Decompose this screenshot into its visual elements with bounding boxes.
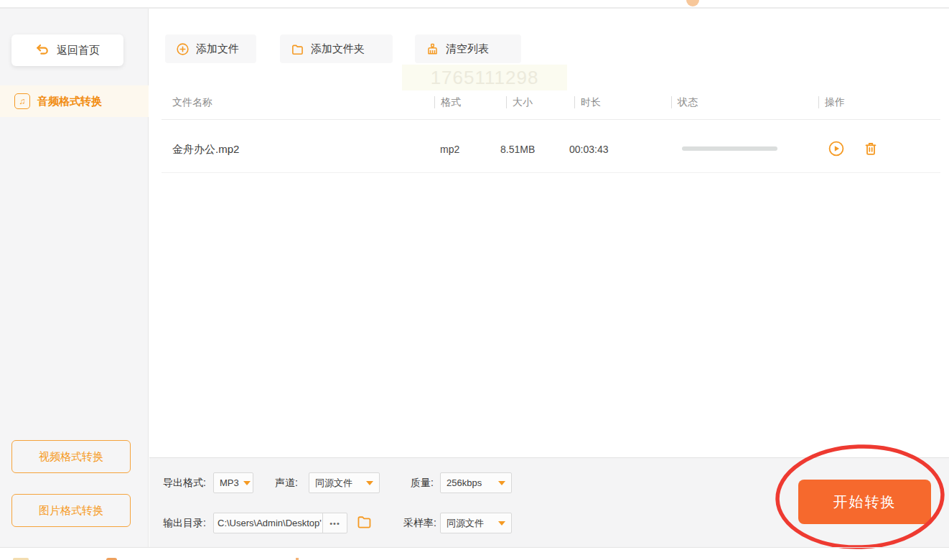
quality-label: 质量: <box>411 472 434 493</box>
start-convert-button[interactable]: 开始转换 <box>798 480 931 524</box>
export-format-label: 导出格式: <box>163 472 206 493</box>
quality-select[interactable]: 256kbps <box>440 472 512 493</box>
watermark-text: 1765111298 <box>402 65 567 90</box>
chevron-down-icon <box>498 481 505 485</box>
video-convert-label: 视频格式转换 <box>39 450 103 464</box>
bottom-divider <box>0 547 949 548</box>
folder-icon <box>291 42 304 56</box>
sample-rate-select[interactable]: 同源文件 <box>440 513 512 533</box>
output-dir-value: C:\Users\Admin\Desktop' <box>214 513 322 533</box>
channel-value: 同源文件 <box>315 477 352 490</box>
channel-label: 声道: <box>275 472 298 493</box>
clear-list-button[interactable]: 清空列表 <box>415 34 521 63</box>
output-dir-label: 输出目录: <box>163 513 206 533</box>
channel-select[interactable]: 同源文件 <box>309 472 380 493</box>
header-divider <box>162 119 940 120</box>
sample-rate-value: 同源文件 <box>447 517 484 530</box>
chevron-down-icon <box>243 481 251 485</box>
progress-bar <box>682 146 777 151</box>
browse-more-button[interactable]: ••• <box>322 513 347 533</box>
open-output-folder-icon[interactable] <box>356 513 373 530</box>
file-size: 8.51MB <box>500 144 535 155</box>
sidebar-item-audio-convert[interactable]: ♫ 音频格式转换 <box>0 85 149 117</box>
back-home-button[interactable]: 返回首页 <box>11 34 123 66</box>
video-convert-button[interactable]: 视频格式转换 <box>11 440 131 473</box>
column-header-duration: 时长 <box>574 96 601 108</box>
export-format-value: MP3 <box>220 477 239 488</box>
music-note-icon: ♫ <box>14 93 30 109</box>
delete-button[interactable] <box>862 140 879 160</box>
add-folder-label: 添加文件夹 <box>311 42 365 56</box>
plus-circle-icon <box>176 42 190 56</box>
image-convert-button[interactable]: 图片格式转换 <box>11 494 131 527</box>
chevron-down-icon <box>366 481 373 485</box>
top-edge-orange-dot-remnant <box>686 0 699 6</box>
file-name: 金舟办公.mp2 <box>172 143 239 157</box>
file-format: mp2 <box>440 144 459 155</box>
row-divider <box>162 172 940 173</box>
column-header-actions: 操作 <box>818 96 845 108</box>
start-convert-label: 开始转换 <box>833 493 897 512</box>
column-header-filename: 文件名称 <box>172 96 212 109</box>
column-header-status: 状态 <box>671 96 698 108</box>
sample-rate-label: 采样率: <box>403 513 436 533</box>
back-home-label: 返回首页 <box>57 44 100 57</box>
column-header-format: 格式 <box>434 96 461 108</box>
image-convert-label: 图片格式转换 <box>39 504 103 518</box>
add-file-label: 添加文件 <box>196 42 239 56</box>
column-header-size: 大小 <box>506 96 533 108</box>
broom-icon <box>426 42 439 56</box>
file-duration: 00:03:43 <box>569 144 609 155</box>
audio-converter-window: 返回首页 ♫ 音频格式转换 视频格式转换 图片格式转换 添加文件 添加文件夹 <box>0 0 949 560</box>
sidebar-item-label: 音频格式转换 <box>37 95 102 108</box>
back-arrow-icon <box>35 43 50 57</box>
clear-list-label: 清空列表 <box>446 42 489 56</box>
add-folder-button[interactable]: 添加文件夹 <box>280 34 393 63</box>
export-format-select[interactable]: MP3 <box>213 472 253 493</box>
output-dir-field[interactable]: C:\Users\Admin\Desktop' ••• <box>213 513 347 533</box>
quality-value: 256kbps <box>447 477 482 488</box>
chevron-down-icon <box>498 521 505 526</box>
add-file-button[interactable]: 添加文件 <box>165 34 256 63</box>
play-button[interactable] <box>828 140 845 160</box>
